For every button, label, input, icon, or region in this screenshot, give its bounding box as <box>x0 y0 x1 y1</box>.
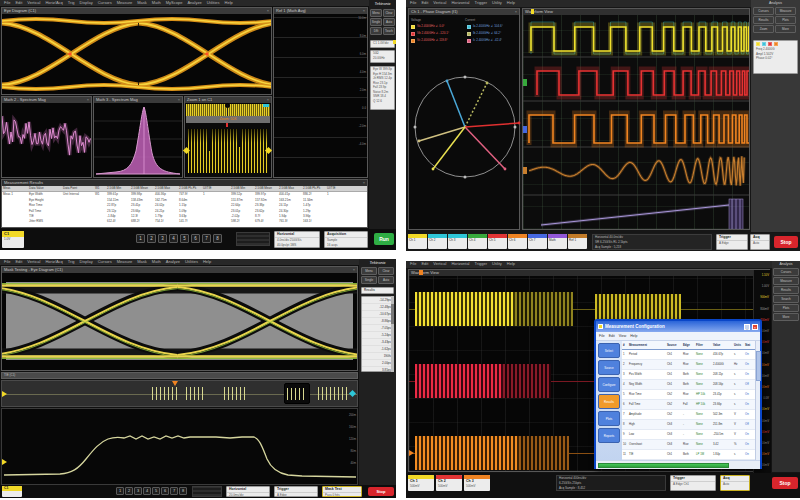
minimize-button[interactable]: _ <box>744 324 750 330</box>
channel-readout[interactable]: C1 1.0V/div <box>370 40 395 48</box>
menu-item[interactable]: Trig <box>68 0 75 6</box>
results-value-list[interactable]: -14.29ps-12.48ps-10.67ps-8.86ps-7.05ps-5… <box>361 296 394 372</box>
horizontal-console[interactable]: Horizontal 400ns/div6.25GS/s 25kptsAcq S… <box>556 475 666 491</box>
side-button[interactable]: More <box>773 313 799 321</box>
dialog-menu-item[interactable]: Edit <box>609 334 615 338</box>
collapsed-strip[interactable]: TIE (C1) <box>1 372 358 379</box>
page-button[interactable]: 6 <box>161 487 169 495</box>
list-item[interactable]: -3.43ps <box>362 339 393 346</box>
channel-badge[interactable]: Ch 2 <box>428 234 447 249</box>
menu-item[interactable]: Math <box>152 0 161 6</box>
menu-item[interactable]: Trigger <box>475 261 488 268</box>
side-button[interactable]: Plots <box>773 304 799 312</box>
dialog-table-row[interactable]: 6Fall TimeCh2Fall HP 10k23.66ps On <box>622 400 755 410</box>
page-button[interactable]: 5 <box>152 487 160 495</box>
dialog-table-row[interactable]: 5Rise TimeCh2Rise HP 10k23.41ps On <box>622 390 755 400</box>
channel-badge[interactable]: Ref 1 <box>568 234 587 249</box>
menu-item[interactable]: Edit <box>421 0 428 7</box>
menu-item[interactable]: Horizontal <box>451 261 469 268</box>
list-item[interactable]: -1.62ps <box>362 346 393 353</box>
menu-item[interactable]: Display <box>80 0 93 6</box>
dialog-menu-item[interactable]: File <box>599 334 605 338</box>
menu-item[interactable]: Help <box>225 0 233 6</box>
side-button[interactable]: Menu <box>370 9 382 17</box>
menu-item[interactable]: Trigger <box>475 0 488 7</box>
close-icon[interactable]: × <box>363 180 365 186</box>
dialog-table-row[interactable]: 4Neg WidthCh1Both None208.56ps Off <box>622 380 755 390</box>
channel-badge[interactable]: Ch 1 500mV <box>408 475 434 491</box>
close-button[interactable]: × <box>752 324 758 330</box>
list-item[interactable]: 2.00ps <box>362 360 393 367</box>
dialog-menu-item[interactable]: View <box>619 334 627 338</box>
channel-marker-orange[interactable] <box>523 167 527 174</box>
stop-button[interactable]: Stop <box>772 477 798 489</box>
channel-arrow-yellow[interactable] <box>2 459 7 465</box>
menu-item[interactable]: Math <box>152 259 161 265</box>
list-item[interactable]: 190fs <box>362 353 393 360</box>
channel-badge[interactable]: Ch 5 <box>488 234 507 249</box>
acq-badge[interactable]: AcqAuto <box>750 234 770 250</box>
dialog-nav-button[interactable]: Source <box>598 360 620 375</box>
channel-badge[interactable]: Ch 7 <box>528 234 547 249</box>
menu-item[interactable]: Cursors <box>98 0 112 6</box>
side-button[interactable]: Cursors <box>773 268 799 276</box>
phase-panel-titlebar[interactable]: Ch 1 - Phase Diagram (f1)× <box>409 9 519 15</box>
page-button[interactable]: 2 <box>125 487 133 495</box>
side-button[interactable]: Single <box>370 18 382 26</box>
menu-item[interactable]: Measure <box>117 259 133 265</box>
dialog-table-row[interactable]: 1PeriodCh1Rise None416.67ps On <box>622 350 755 360</box>
page-button[interactable]: 7 <box>202 234 211 243</box>
dialog-nav-button[interactable]: Plots <box>598 411 620 426</box>
channel-badge[interactable]: Ch 1 <box>408 234 427 249</box>
menu-item[interactable]: Help <box>507 0 515 7</box>
menu-item[interactable]: Mask <box>137 259 147 265</box>
close-icon[interactable]: × <box>515 9 517 15</box>
side-button[interactable]: Zoom <box>753 25 774 33</box>
side-button[interactable]: Menu <box>361 267 377 275</box>
menu-item[interactable]: Vertical <box>433 261 446 268</box>
list-item[interactable]: -7.05ps <box>362 325 393 332</box>
dialog-table-row[interactable]: 3Pos WidthCh1Both None208.11ps On <box>622 370 755 380</box>
run-button[interactable]: Run <box>374 233 394 245</box>
cursor-diamond-teal[interactable] <box>349 390 356 397</box>
list-item[interactable]: -12.48ps <box>362 304 393 311</box>
page-button[interactable]: 3 <box>158 234 167 243</box>
channel-badge[interactable]: Ch 3 <box>448 234 467 249</box>
page-button[interactable]: 7 <box>170 487 178 495</box>
acquisition-panel[interactable]: AcquisitionSample16 acqs <box>324 231 368 248</box>
mask-test-panel[interactable]: Mask TestPass 0 hits <box>322 486 362 497</box>
menu-item[interactable]: Utility <box>492 261 502 268</box>
side-button[interactable]: Search <box>773 295 799 303</box>
legend-entry[interactable]: Vb 2.400GHz ∠ -120.1° <box>411 30 465 37</box>
horizontal-settings-panel[interactable]: Horizontal4.0ns/div 250GS/s40.0ps/pt 1MS <box>274 231 320 248</box>
dialog-titlebar[interactable]: Measurement Configuration _ × <box>596 321 760 332</box>
channel-badge[interactable]: Math <box>548 234 567 249</box>
page-button[interactable]: 5 <box>180 234 189 243</box>
stop-button[interactable]: Stop <box>774 236 798 248</box>
dialog-table-row[interactable]: 10OvershootCh3Rise None3.42% On <box>622 440 755 450</box>
side-button[interactable]: Clear <box>378 267 394 275</box>
list-item[interactable]: -5.24ps <box>362 332 393 339</box>
menu-item[interactable]: Help <box>507 261 515 268</box>
trigger-position-marker[interactable] <box>531 9 534 14</box>
side-button[interactable]: Measure <box>773 277 799 285</box>
trigger-badge[interactable]: TriggerA Edge Ch1 <box>670 475 716 491</box>
legend-entry[interactable]: Ic 2.400GHz ∠ -42.4° <box>467 37 521 44</box>
channel-badge[interactable]: Ch 6 <box>508 234 527 249</box>
list-item[interactable]: -8.86ps <box>362 318 393 325</box>
close-icon[interactable]: × <box>267 97 269 103</box>
legend-entry[interactable]: Vc 2.400GHz ∠ 119.8° <box>411 37 465 44</box>
results-chip[interactable]: Results <box>361 287 394 294</box>
side-button[interactable]: Measure <box>775 7 796 15</box>
page-button[interactable]: 2 <box>147 234 156 243</box>
marker-triangle-orange[interactable] <box>172 381 178 386</box>
scrollbar[interactable] <box>391 296 394 372</box>
dialog-table-row[interactable]: 7AmplitudeCh2- None502.3mV On <box>622 410 755 420</box>
dialog-table-row[interactable]: 9LowCh3- None-250.5mV On <box>622 430 755 440</box>
page-button[interactable]: 4 <box>169 234 178 243</box>
table-row[interactable]: Jitter RMS 612.4f688.2f754.1f141.7f 598.… <box>2 219 367 224</box>
list-item[interactable]: -14.29ps <box>362 297 393 304</box>
page-button[interactable]: 1 <box>136 234 145 243</box>
acq-badge[interactable]: AcqAuto <box>720 475 750 491</box>
page-button[interactable]: 3 <box>134 487 142 495</box>
